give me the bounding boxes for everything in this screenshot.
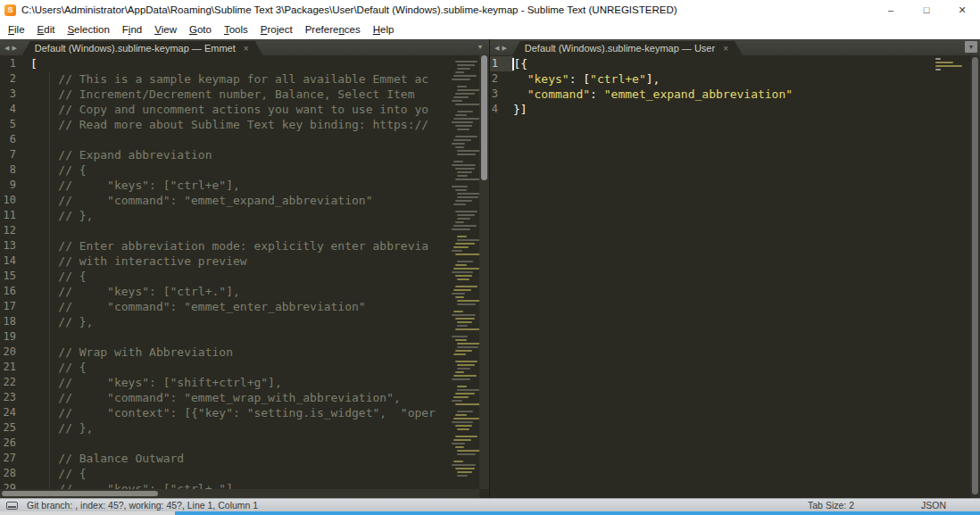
console-panel-icon[interactable] [6, 502, 18, 510]
code-line: 19 [0, 329, 451, 345]
line-number: 8 [0, 162, 30, 178]
line-number: 1 [490, 56, 513, 71]
line-number: 11 [0, 208, 30, 223]
menu-view[interactable]: View [148, 22, 183, 37]
menu-find[interactable]: Find [116, 22, 148, 37]
code-line: 16 // "keys": ["ctrl+."], [0, 284, 451, 299]
close-button[interactable]: ✕ [944, 0, 980, 20]
line-number: 29 [0, 481, 30, 489]
line-number: 2 [490, 71, 513, 87]
code-line: 11 // }, [0, 208, 451, 223]
menu-selection[interactable]: Selection [61, 22, 115, 37]
tab-list-dropdown-icon[interactable]: ▼ [474, 41, 486, 53]
left-code-view[interactable]: 1[2 // This is a sample keymap for all a… [0, 55, 489, 498]
code-line: 12 [0, 223, 451, 238]
line-number: 26 [0, 436, 30, 451]
line-number: 25 [0, 420, 30, 436]
syntax-indicator[interactable]: JSON [921, 500, 946, 511]
menu-edit[interactable]: Edit [31, 22, 62, 37]
sublime-text-window: S C:\Users\Administrator\AppData\Roaming… [0, 0, 980, 515]
code-line: 1[ [0, 56, 451, 71]
code-text: // { [30, 269, 87, 284]
tab-close-icon[interactable]: × [723, 44, 728, 54]
code-text: // "command": "emmet_enter_abbreviation" [30, 299, 366, 314]
code-line: 7 // Expand abbreviation [0, 147, 451, 162]
code-text: // Increment/Decrement number, Balance, … [30, 87, 414, 102]
code-text: // { [30, 162, 87, 178]
tab-forward-icon[interactable]: ▶ [502, 45, 506, 51]
tab-close-icon[interactable]: × [244, 44, 249, 54]
minimize-button[interactable]: – [873, 0, 909, 20]
code-text: [ [30, 56, 37, 71]
code-line: 22 // "keys": ["shift+ctrl+g"], [0, 375, 451, 390]
code-text: [{ [513, 56, 527, 71]
tab-forward-icon[interactable]: ▶ [12, 45, 16, 51]
left-vscroll-thumb[interactable] [481, 55, 487, 180]
menu-tools[interactable]: Tools [218, 22, 254, 37]
tab-nav-arrows: ◀ ▶ [0, 39, 22, 55]
status-bar: Git branch: , index: 45?, working: 45?, … [0, 498, 980, 511]
code-line: 4 // Copy and uncomment actions you want… [0, 102, 451, 117]
line-number: 3 [0, 87, 30, 102]
code-line: 5 // Read more about Sublime Text key bi… [0, 117, 451, 132]
line-number: 21 [0, 360, 30, 375]
menu-file[interactable]: File [2, 22, 31, 37]
tab-size-indicator[interactable]: Tab Size: 2 [808, 500, 854, 511]
right-minimap[interactable] [935, 58, 966, 72]
code-line: 29 // "keys": ["ctrl+,"], [0, 481, 451, 489]
code-text: // "keys": ["shift+ctrl+g"], [30, 375, 282, 390]
code-line: 8 // { [0, 162, 451, 178]
left-tab-bar: ◀ ▶ Default (Windows).sublime-keymap — E… [0, 39, 489, 55]
line-number: 24 [0, 405, 30, 420]
sublime-logo-icon: S [4, 4, 16, 16]
git-and-caret-status: Git branch: , index: 45?, working: 45?, … [27, 500, 808, 511]
tab-list-dropdown-icon[interactable]: ▼ [965, 41, 977, 53]
right-vscroll-thumb[interactable] [972, 57, 978, 494]
code-line: 14 // with interactive preview [0, 253, 451, 269]
right-vertical-scrollbar[interactable] [970, 55, 980, 498]
line-number: 17 [0, 299, 30, 314]
taskbar-edge-blue [175, 511, 980, 515]
code-line: 6 [0, 132, 451, 147]
code-line: 4}] [490, 102, 970, 117]
code-text: // "keys": ["ctrl+."], [30, 284, 240, 299]
menu-help[interactable]: Help [367, 22, 401, 37]
left-vertical-scrollbar[interactable] [479, 55, 489, 489]
menu-goto[interactable]: Goto [183, 22, 218, 37]
left-hscroll-thumb[interactable] [2, 491, 158, 496]
code-line: 13 // Enter abbreviation mode: explicitl… [0, 238, 451, 253]
line-number: 28 [0, 466, 30, 481]
taskbar-edge-grey [0, 511, 175, 515]
code-text: // { [30, 466, 87, 481]
line-number: 27 [0, 451, 30, 466]
line-number: 12 [0, 223, 30, 238]
code-line: 2 "keys": ["ctrl+e"], [490, 71, 970, 87]
code-text: // Enter abbreviation mode: explicitly e… [30, 238, 428, 253]
code-text: // { [30, 360, 87, 375]
maximize-button[interactable]: □ [909, 0, 944, 20]
tab-user-keymap[interactable]: Default (Windows).sublime-keymap — User … [512, 41, 743, 55]
code-line: 3 // Increment/Decrement number, Balance… [0, 87, 451, 102]
menu-project[interactable]: Project [254, 22, 299, 37]
left-code-lines[interactable]: 1[2 // This is a sample keymap for all a… [0, 56, 451, 489]
tab-back-icon[interactable]: ◀ [494, 45, 499, 51]
code-text: // "command": "emmet_wrap_with_abbreviat… [30, 390, 401, 405]
code-line: 27 // Balance Outward [0, 451, 451, 466]
tab-emmet-keymap[interactable]: Default (Windows).sublime-keymap — Emmet… [22, 41, 263, 55]
right-tab-bar: ◀ ▶ Default (Windows).sublime-keymap — U… [490, 39, 980, 55]
code-text: // Balance Outward [30, 451, 184, 466]
menu-preferences[interactable]: Preferences [299, 22, 367, 37]
left-minimap[interactable] [452, 57, 479, 489]
right-code-view[interactable]: 1[{2 "keys": ["ctrl+e"],3 "command": "em… [490, 55, 980, 498]
code-text: // with interactive preview [30, 253, 247, 269]
code-line: 28 // { [0, 466, 451, 481]
tab-nav-arrows: ◀ ▶ [490, 39, 512, 55]
code-line: 24 // "context": [{"key": "setting.is_wi… [0, 405, 451, 420]
code-line: 1[{ [490, 56, 970, 71]
left-pane: ◀ ▶ Default (Windows).sublime-keymap — E… [0, 39, 490, 498]
menu-bar: FileEditSelectionFindViewGotoToolsProjec… [0, 20, 980, 39]
left-horizontal-scrollbar[interactable] [0, 489, 479, 498]
tab-back-icon[interactable]: ◀ [4, 45, 9, 51]
right-code-lines[interactable]: 1[{2 "keys": ["ctrl+e"],3 "command": "em… [490, 56, 970, 498]
taskbar-edge [0, 511, 980, 515]
